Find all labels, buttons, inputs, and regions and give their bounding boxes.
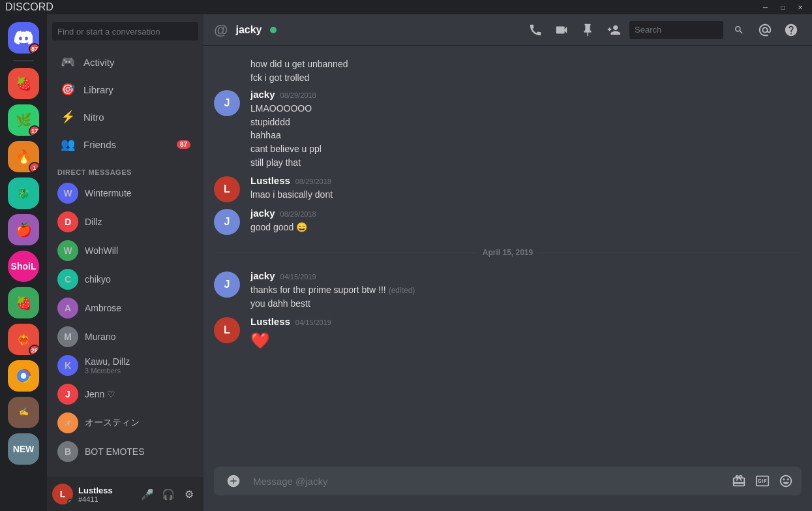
message-header: jacky 08/29/2018: [250, 89, 802, 100]
dm-name-bot-emotes: BOT EMOTES: [85, 446, 193, 457]
server-icon-4[interactable]: 🐉: [8, 178, 39, 209]
chat-status-dot: [270, 27, 277, 33]
server-icon-11[interactable]: NEW: [8, 433, 39, 465]
chat-username: jacky: [235, 24, 262, 36]
sidebar-item-activity-label: Activity: [83, 57, 115, 68]
maximize-button[interactable]: □: [777, 3, 789, 12]
server-icon-6[interactable]: ShoiL: [8, 251, 39, 282]
server-sidebar: 87 🍓 🌿 17 🔥 1 🐉 🍎 ShoiL 🍓 ❤️‍🔥 26: [0, 14, 47, 511]
discord-home-button[interactable]: 87: [8, 22, 39, 54]
video-button[interactable]: [551, 20, 572, 40]
message-group-lustless-1: L Lustless 08/29/2018 lmao i basically d…: [203, 172, 812, 205]
settings-button[interactable]: ⚙: [180, 485, 198, 503]
user-discriminator: #4411: [78, 495, 113, 503]
channel-sidebar: 🎮 Activity 🎯 Library ⚡ Nitro 👥 Friends 8…: [47, 14, 203, 511]
dm-name-dillz: Dillz: [85, 217, 193, 227]
dm-name-wohwill: WohWill: [85, 245, 193, 256]
close-button[interactable]: ✕: [794, 3, 807, 12]
sidebar-item-library-label: Library: [83, 84, 113, 95]
add-attachment-button[interactable]: [219, 467, 248, 495]
search-input[interactable]: [57, 27, 193, 37]
mute-button[interactable]: 🎤: [138, 485, 157, 503]
avatar-austin: オ: [57, 412, 78, 433]
avatar-ambrose: A: [57, 298, 78, 318]
server-icon-1[interactable]: 🍓: [8, 68, 39, 99]
message-content: jacky 04/15/2019 thanks for the prime su…: [250, 270, 802, 311]
search-icon-button[interactable]: [729, 20, 749, 40]
dm-name-austin: オースティン: [85, 417, 193, 429]
avatar-bot-emotes: B: [57, 441, 78, 462]
dm-item-wohwill[interactable]: W WohWill: [52, 236, 198, 265]
emoji-button[interactable]: [775, 471, 796, 491]
message-author: jacky: [250, 270, 275, 281]
dm-section-label: DIRECT MESSAGES: [52, 158, 198, 179]
server-icon-3[interactable]: 🔥 1: [8, 141, 39, 172]
nitro-icon: ⚡: [60, 109, 76, 125]
message-timestamp: 08/29/2018: [280, 210, 316, 218]
server-icon-7[interactable]: 🍓: [8, 287, 39, 318]
sidebar-item-nitro-label: Nitro: [83, 112, 104, 123]
deafen-button[interactable]: 🎧: [159, 485, 177, 503]
avatar-jacky-3: J: [214, 271, 240, 298]
message-content: jacky 08/29/2018 good good 😄: [250, 208, 802, 235]
server-icon-9[interactable]: [8, 360, 39, 392]
discord-badge: 87: [29, 43, 39, 54]
server-icon-8[interactable]: ❤️‍🔥 26: [8, 324, 39, 355]
message-timestamp: 04/15/2019: [295, 318, 331, 326]
help-button[interactable]: [781, 20, 802, 40]
dm-name-ambrose: Ambrose: [85, 303, 193, 313]
dm-item-jenn[interactable]: J Jenn ♡: [52, 380, 198, 409]
date-line-left: [214, 253, 477, 253]
avatar-chikyo: C: [57, 269, 78, 290]
dm-item-wintermute[interactable]: W Wintermute: [52, 179, 198, 208]
gift-button[interactable]: [729, 471, 749, 491]
dm-item-ambrose[interactable]: A Ambrose: [52, 294, 198, 322]
server-divider: [13, 60, 34, 61]
message-author: Lustless: [250, 175, 290, 186]
titlebar-controls: ─ □ ✕: [759, 3, 807, 12]
friends-badge: 87: [177, 140, 190, 149]
server-icon-10[interactable]: ✍: [8, 397, 39, 428]
gif-button[interactable]: [752, 471, 773, 491]
dm-item-austin[interactable]: オ オースティン: [52, 409, 198, 437]
sidebar-item-library[interactable]: 🎯 Library: [52, 76, 198, 102]
avatar-jenn: J: [57, 384, 78, 405]
dm-item-bot-emotes[interactable]: B BOT EMOTES: [52, 437, 198, 466]
date-divider-april: April 15, 2019: [203, 238, 812, 268]
dm-name-murano: Murano: [85, 332, 193, 342]
at-button[interactable]: [755, 20, 775, 40]
dm-item-chikyo[interactable]: C chikyo: [52, 265, 198, 294]
call-button[interactable]: [525, 20, 546, 40]
chat-search-input[interactable]: [629, 21, 723, 39]
message-line-1: thanks for the prime suport btw !!! (edi…: [250, 284, 802, 297]
minimize-button[interactable]: ─: [759, 3, 772, 12]
app-title: DISCORD: [5, 1, 53, 13]
message-header: jacky 08/29/2018: [250, 208, 802, 219]
message-input[interactable]: [253, 468, 723, 495]
message-author: jacky: [250, 208, 275, 219]
user-info: Lustless #4411: [78, 486, 113, 503]
messages-container[interactable]: how did u get unbanned fck i got trolled…: [203, 46, 812, 467]
sidebar-item-friends[interactable]: 👥 Friends 87: [52, 131, 198, 157]
dm-name-chikyo: chikyo: [85, 274, 193, 285]
avatar-jacky: J: [214, 90, 240, 116]
avatar-lustless: L: [214, 176, 240, 202]
add-friend-button[interactable]: [603, 20, 624, 40]
at-symbol: @: [214, 22, 228, 39]
search-input-wrap[interactable]: [52, 22, 198, 40]
message-content: Lustless 08/29/2018 lmao i basically don…: [250, 175, 802, 202]
pin-button[interactable]: [577, 20, 598, 40]
dm-name-wintermute: Wintermute: [85, 188, 132, 198]
avatar-kawu-dillz: K: [57, 355, 78, 376]
server-icon-5[interactable]: 🍎: [8, 214, 39, 245]
server-icon-2[interactable]: 🌿 17: [8, 104, 39, 136]
dm-item-murano[interactable]: M Murano: [52, 322, 198, 351]
sidebar-item-nitro[interactable]: ⚡ Nitro: [52, 104, 198, 130]
date-label: April 15, 2019: [483, 248, 533, 257]
friends-icon: 👥: [60, 136, 76, 152]
avatar-dillz: D: [57, 211, 78, 232]
sidebar-item-activity[interactable]: 🎮 Activity: [52, 49, 198, 75]
dm-item-dillz[interactable]: D Dillz: [52, 208, 198, 236]
dm-item-kawu-dillz[interactable]: K Kawu, Dillz 3 Members: [52, 351, 198, 380]
message-author: jacky: [250, 89, 275, 100]
